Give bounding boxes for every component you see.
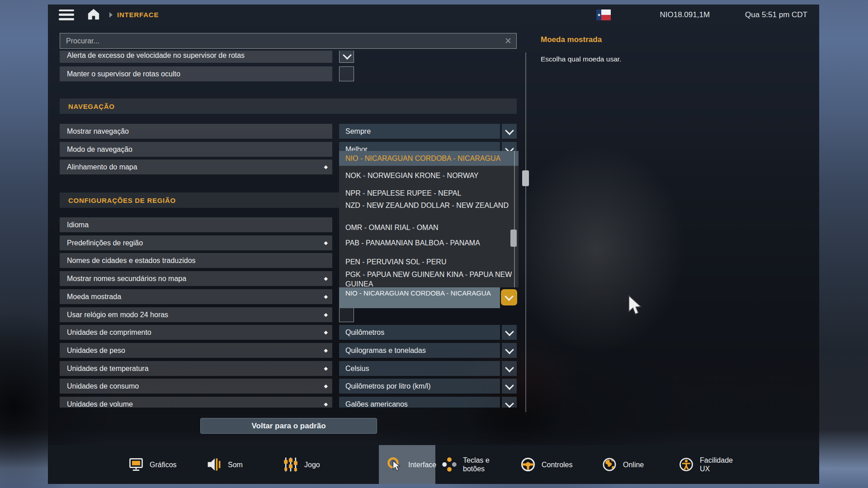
settings-scrollbar-track[interactable] <box>525 52 526 412</box>
settings-tab-bar: Gráficos Som Jogo Interface Teclas e bot… <box>48 445 819 484</box>
modified-marker-icon <box>324 366 328 371</box>
setting-label-secondary-names: Mostrar nomes secundários no mapa <box>60 271 332 286</box>
steering-wheel-icon <box>520 456 536 473</box>
setting-label-language: Idioma <box>60 217 332 232</box>
modified-marker-icon <box>324 164 328 170</box>
setting-label-region-presets: Predefinições de região <box>60 235 332 250</box>
currency-option[interactable]: OMR - OMANI RIAL - OMAN <box>339 223 512 232</box>
length-units-select[interactable]: Quilômetros <box>339 325 500 340</box>
weight-units-chevron-button[interactable] <box>502 343 517 358</box>
game-datetime: Qua 5:51 pm CDT <box>745 10 807 19</box>
mouse-cursor <box>627 295 644 320</box>
currency-option[interactable]: PGK - PAPUA NEW GUINEAN KINA - PAPUA NEW… <box>339 270 512 287</box>
info-panel-description: Escolha qual moeda usar. <box>541 55 621 63</box>
dropdown-scrollbar-thumb[interactable] <box>510 230 517 247</box>
setting-label-clock-24h: Usar relógio em modo 24 horas <box>60 307 332 322</box>
tab-interface[interactable]: Interface <box>387 445 436 484</box>
setting-label-consumption-units: Unidades de consumo <box>60 379 332 394</box>
breadcrumb-arrow-icon <box>109 12 113 18</box>
volume-units-chevron-button[interactable] <box>502 397 517 408</box>
consumption-units-select[interactable]: Quilômetros por litro (km/l) <box>339 379 500 394</box>
tab-keys-buttons[interactable]: Teclas e botões <box>441 445 495 484</box>
dropdown-scrollbar-track[interactable] <box>514 151 515 287</box>
settings-scrollbar-thumb[interactable] <box>522 170 529 186</box>
tab-graphics[interactable]: Gráficos <box>128 445 177 484</box>
currency-option[interactable]: NPR - NEPALESE RUPEE - NEPAL <box>339 188 512 198</box>
top-bar: INTERFACE ★ NIO18.091,1M Qua 5:51 pm CDT <box>48 5 819 25</box>
temperature-units-select[interactable]: Celsius <box>339 361 500 376</box>
setting-label-navigation-mode: Modo de navegação <box>60 142 332 157</box>
tab-controls[interactable]: Controles <box>520 445 572 484</box>
section-header-navigation: NAVEGAÇÃO <box>60 99 517 114</box>
search-input[interactable] <box>60 37 500 45</box>
clock-24h-checkbox[interactable] <box>339 307 354 322</box>
show-navigation-chevron-button[interactable] <box>502 124 517 139</box>
currency-dropdown-list: NIO - NICARAGUAN CORDOBA - NICARAGUA NOK… <box>339 151 519 287</box>
currency-selected-value[interactable]: NIO - NICARAGUAN CORDOBA - NICARAGUA <box>339 287 500 308</box>
speaker-icon <box>206 456 222 473</box>
texas-flag-icon: ★ <box>596 9 611 20</box>
clear-search-icon[interactable]: ✕ <box>500 36 516 46</box>
weight-units-select[interactable]: Quilogramas e toneladas <box>339 343 500 358</box>
setting-label-hide-advisor: Manter o supervisor de rotas oculto <box>60 66 332 81</box>
setting-label-map-alignment: Alinhamento do mapa <box>60 160 332 174</box>
temperature-units-chevron-button[interactable] <box>502 361 517 376</box>
search-bar: ✕ <box>60 33 517 49</box>
tab-online[interactable]: Online <box>601 445 644 484</box>
gamepad-buttons-icon <box>441 456 458 473</box>
setting-label-show-navigation: Mostrar navegação <box>60 124 332 139</box>
menu-icon[interactable] <box>59 9 74 20</box>
currency-option-highlighted[interactable]: NIO - NICARAGUAN CORDOBA - NICARAGUA <box>339 151 519 166</box>
setting-label-currency: Moeda mostrada <box>60 289 332 304</box>
modified-marker-icon <box>324 294 328 300</box>
setting-label-volume-units: Unidades de volume <box>60 397 332 408</box>
setting-label-temperature-units: Unidades de temperatura <box>60 361 332 376</box>
tab-game[interactable]: Jogo <box>283 445 320 484</box>
currency-option[interactable]: PAB - PANAMANIAN BALBOA - PANAMA <box>339 238 512 248</box>
currency-option[interactable]: NZD - NEW ZEALAND DOLLAR - NEW ZEALAND <box>339 201 512 210</box>
setting-label-speed-alert: Alerta de excesso de velocidade no super… <box>60 51 332 63</box>
currency-option[interactable]: PEN - PERUVIAN SOL - PERU <box>339 257 512 267</box>
currency-chevron-button-active[interactable] <box>501 289 517 305</box>
home-icon[interactable] <box>87 8 100 22</box>
length-units-chevron-button[interactable] <box>502 325 517 340</box>
modified-marker-icon <box>324 401 328 407</box>
modified-marker-icon <box>324 276 328 282</box>
reset-to-default-button[interactable]: Voltar para o padrão <box>200 418 377 434</box>
monitor-icon <box>128 456 144 473</box>
tab-accessibility[interactable]: Facilidade UX <box>678 445 741 484</box>
speed-alert-dropdown-button[interactable] <box>339 51 354 63</box>
modified-marker-icon <box>324 383 328 389</box>
currency-option[interactable]: NOK - NORWEGIAN KRONE - NORWAY <box>339 171 512 180</box>
consumption-units-chevron-button[interactable] <box>502 379 517 394</box>
modified-marker-icon <box>324 329 328 335</box>
setting-label-length-units: Unidades de comprimento <box>60 325 332 340</box>
game-settings-screen: INTERFACE ★ NIO18.091,1M Qua 5:51 pm CDT… <box>0 0 868 488</box>
volume-units-select[interactable]: Galões americanos <box>339 397 500 408</box>
breadcrumb: INTERFACE <box>117 11 159 19</box>
hide-advisor-checkbox[interactable] <box>339 66 354 81</box>
globe-icon <box>601 456 618 473</box>
modified-marker-icon <box>324 312 328 318</box>
player-money: NIO18.091,1M <box>660 10 710 19</box>
info-panel-title: Moeda mostrada <box>541 35 602 44</box>
setting-label-weight-units: Unidades de peso <box>60 343 332 358</box>
cursor-circle-icon <box>387 456 403 473</box>
sliders-icon <box>283 456 299 473</box>
setting-label-translated-names: Nomes de cidades e estados traduzidos <box>60 253 332 268</box>
modified-marker-icon <box>324 347 328 353</box>
show-navigation-select[interactable]: Sempre <box>339 124 500 139</box>
accessibility-icon <box>678 456 694 473</box>
modified-marker-icon <box>324 240 328 246</box>
tab-sound[interactable]: Som <box>206 445 243 484</box>
